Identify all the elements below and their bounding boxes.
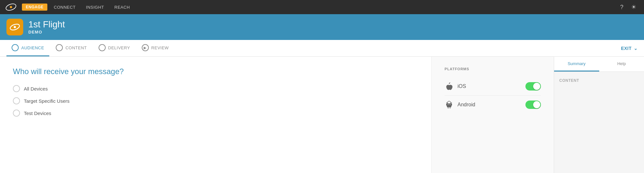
- svg-rect-4: [446, 103, 447, 106]
- sidebar-tab-help[interactable]: Help: [599, 57, 644, 72]
- ios-label: iOS: [457, 83, 522, 89]
- android-icon: [445, 100, 454, 109]
- option-test-devices[interactable]: Test Devices: [13, 110, 418, 117]
- nav-connect[interactable]: CONNECT: [50, 5, 80, 10]
- svg-rect-5: [451, 103, 452, 106]
- apple-icon: [445, 82, 454, 91]
- exit-label: EXIT: [621, 46, 631, 51]
- app-title: 1st Flight: [28, 20, 65, 30]
- sidebar-content: CONTENT: [554, 72, 644, 89]
- audience-label: AUDIENCE: [21, 45, 44, 50]
- top-nav: ENGAGE CONNECT INSIGHT REACH ? ☀: [0, 0, 644, 14]
- sidebar-tabs: Summary Help: [554, 57, 644, 72]
- radio-target-specific[interactable]: [13, 97, 20, 104]
- tab-audience[interactable]: AUDIENCE: [6, 40, 49, 56]
- chevron-down-icon: ⌄: [634, 46, 638, 51]
- tab-content[interactable]: CONTENT: [51, 40, 92, 56]
- all-devices-label: All Devices: [24, 86, 48, 91]
- content-circle: [56, 44, 63, 51]
- audience-panel: Who will receive your message? All Devic…: [0, 57, 431, 173]
- platform-android: Android: [445, 96, 541, 114]
- delivery-label: DELIVERY: [108, 45, 130, 50]
- right-sidebar: Summary Help CONTENT: [554, 57, 644, 173]
- audience-options: All Devices Target Specific Users Test D…: [13, 85, 418, 117]
- platforms-panel: PLATFORMS iOS: [431, 57, 554, 173]
- svg-rect-7: [450, 107, 450, 109]
- nav-insight[interactable]: INSIGHT: [82, 5, 108, 10]
- sidebar-tab-summary[interactable]: Summary: [554, 57, 599, 72]
- delivery-circle: [99, 44, 106, 51]
- svg-point-9: [450, 104, 450, 105]
- svg-point-8: [448, 104, 448, 105]
- exit-button[interactable]: EXIT ⌄: [621, 46, 638, 51]
- nav-reach[interactable]: REACH: [111, 5, 134, 10]
- app-header: 1st Flight DEMO: [0, 14, 644, 40]
- tab-delivery[interactable]: DELIVERY: [93, 40, 135, 56]
- audience-circle: [12, 44, 19, 51]
- svg-point-3: [14, 26, 16, 28]
- target-specific-label: Target Specific Users: [24, 98, 70, 104]
- platform-ios: iOS: [445, 77, 541, 96]
- app-icon: [6, 19, 23, 35]
- sidebar-section-label: CONTENT: [559, 78, 639, 83]
- user-icon[interactable]: ☀: [629, 4, 639, 11]
- logo: [5, 1, 17, 13]
- audience-question: Who will receive your message?: [13, 67, 418, 76]
- content-label: CONTENT: [65, 45, 87, 50]
- radio-test-devices[interactable]: [13, 110, 20, 117]
- android-toggle[interactable]: [525, 101, 541, 109]
- radio-all-devices[interactable]: [13, 85, 20, 92]
- step-tabs: AUDIENCE CONTENT DELIVERY ▶ REVIEW EXIT …: [0, 40, 644, 57]
- main-area: Who will receive your message? All Devic…: [0, 57, 644, 173]
- option-all-devices[interactable]: All Devices: [13, 85, 418, 92]
- app-title-block: 1st Flight DEMO: [28, 20, 65, 34]
- engage-button[interactable]: ENGAGE: [22, 4, 47, 11]
- ios-toggle[interactable]: [525, 82, 541, 91]
- app-type: DEMO: [28, 30, 65, 34]
- test-devices-label: Test Devices: [24, 111, 51, 116]
- review-circle: ▶: [142, 44, 149, 51]
- android-label: Android: [457, 102, 522, 108]
- tab-review[interactable]: ▶ REVIEW: [137, 40, 174, 56]
- option-target-specific[interactable]: Target Specific Users: [13, 97, 418, 104]
- review-label: REVIEW: [151, 45, 169, 50]
- help-icon[interactable]: ?: [618, 4, 626, 11]
- svg-rect-6: [448, 107, 448, 109]
- platforms-heading: PLATFORMS: [445, 67, 541, 71]
- svg-point-1: [10, 6, 12, 8]
